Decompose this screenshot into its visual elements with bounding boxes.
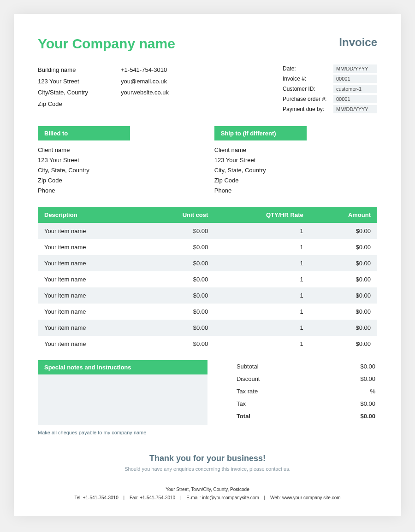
company-contact: +1-541-754-3010 you@email.co.uk yourwebs… [121,64,185,115]
table-row: Your item name$0.001$0.00 [38,336,377,352]
cell-qty: 1 [214,223,309,239]
thank-you: Thank you for your business! [38,454,377,463]
billed-phone: Phone [38,186,201,196]
table-row: Your item name$0.001$0.00 [38,287,377,304]
footer-sep: | [180,495,182,500]
cell-qty: 1 [214,239,309,255]
cell-amount: $0.00 [310,304,377,320]
footer-contact-line: Tel: +1-541-754-3010 | Fax: +1-541-754-3… [38,494,377,502]
cell-amount: $0.00 [310,336,377,352]
meta-due-value[interactable]: MM/DD/YYYY [333,105,377,113]
notes-header: Special notes and instructions [38,360,208,374]
tax-label: Tax [237,400,246,407]
subtotal-label: Subtotal [237,363,259,370]
cheque-note: Make all cheques payable to my company n… [38,430,377,435]
cell-amount: $0.00 [310,287,377,304]
billed-to-header: Billed to [38,126,130,140]
cell-desc: Your item name [38,239,142,255]
meta-invoice-no-value[interactable]: 00001 [333,75,377,83]
cell-unit: $0.00 [142,223,215,239]
table-row: Your item name$0.001$0.00 [38,223,377,239]
header-row: Your Company name Invoice [38,36,377,52]
meta-customer-id: Customer ID: customer-1 [283,85,377,93]
meta-invoice-no: Invoice #: 00001 [283,75,377,83]
cell-desc: Your item name [38,223,142,239]
cell-unit: $0.00 [142,271,215,287]
ship-to-address: Client name 123 Your Street City, State,… [214,145,377,196]
footer-email: E-mail: info@yourcompanysite.com [186,495,259,500]
zip-line: Zip Code [38,99,102,110]
cell-desc: Your item name [38,287,142,304]
table-row: Your item name$0.001$0.00 [38,239,377,255]
city-line: City/State, Country [38,87,102,99]
enquiry-text: Should you have any enquiries concerning… [38,466,377,472]
invoice-meta: Date: MM/DD/YYYY Invoice #: 00001 Custom… [283,64,377,115]
cell-qty: 1 [214,287,309,304]
footer-sep: | [124,495,125,500]
website-line: yourwebsite.co.uk [121,87,185,99]
items-header-row: Description Unit cost QTY/HR Rate Amount [38,207,377,223]
ship-to-header: Ship to (if different) [214,126,307,140]
cell-unit: $0.00 [142,255,215,271]
cell-amount: $0.00 [310,271,377,287]
meta-date: Date: MM/DD/YYYY [283,64,377,73]
discount-row: Discount $0.00 [235,373,377,385]
total-row: Total $0.00 [235,410,377,422]
taxrate-value: % [370,388,375,395]
invoice-title: Invoice [339,36,377,52]
totals-col: Subtotal $0.00 Discount $0.00 Tax rate %… [235,360,377,425]
table-row: Your item name$0.001$0.00 [38,271,377,287]
meta-customer-id-label: Customer ID: [283,86,333,92]
items-table: Description Unit cost QTY/HR Rate Amount… [38,207,377,352]
notes-body[interactable] [38,374,208,425]
meta-po-value[interactable]: 00001 [333,95,377,103]
subtotal-value: $0.00 [360,363,375,370]
info-row: Building name 123 Your Street City/State… [38,64,377,115]
notes-col: Special notes and instructions [38,360,208,425]
meta-po-label: Purchase order #: [283,96,333,102]
meta-customer-id-value[interactable]: customer-1 [333,85,377,93]
footer-web: Web: www.your company site.com [270,495,341,500]
table-row: Your item name$0.001$0.00 [38,255,377,271]
subtotal-row: Subtotal $0.00 [235,360,377,373]
cell-amount: $0.00 [310,239,377,255]
cell-desc: Your item name [38,304,142,320]
billed-street: 123 Your Street [38,155,201,165]
company-address: Building name 123 Your Street City/State… [38,64,102,115]
email-line: you@email.co.uk [121,76,185,88]
billed-zip: Zip Code [38,175,201,186]
cell-qty: 1 [214,255,309,271]
table-row: Your item name$0.001$0.00 [38,304,377,320]
taxrate-row: Tax rate % [235,385,377,398]
footer-tel: Tel: +1-541-754-3010 [74,495,118,500]
col-amount: Amount [310,207,377,223]
meta-date-value[interactable]: MM/DD/YYYY [333,64,377,73]
building-line: Building name [38,64,102,76]
cell-qty: 1 [214,320,309,336]
billed-to-address: Client name 123 Your Street City, State,… [38,145,201,196]
invoice-page: Your Company name Invoice Building name … [14,14,401,516]
billed-city: City, State, Country [38,165,201,175]
cell-unit: $0.00 [142,287,215,304]
cell-qty: 1 [214,271,309,287]
tax-value: $0.00 [360,400,375,407]
ship-to-col: Ship to (if different) Client name 123 Y… [214,126,377,196]
company-info: Building name 123 Your Street City/State… [38,64,185,115]
col-qty: QTY/HR Rate [214,207,309,223]
ship-city: City, State, Country [214,165,377,175]
company-name: Your Company name [38,36,175,52]
cell-unit: $0.00 [142,336,215,352]
ship-street: 123 Your Street [214,155,377,165]
meta-due: Payment due by: MM/DD/YYYY [283,105,377,113]
cell-desc: Your item name [38,255,142,271]
table-row: Your item name$0.001$0.00 [38,320,377,336]
footer-sep: | [264,495,266,500]
cell-desc: Your item name [38,320,142,336]
meta-date-label: Date: [283,65,333,72]
meta-po: Purchase order #: 00001 [283,95,377,103]
tax-row: Tax $0.00 [235,398,377,410]
discount-value: $0.00 [360,375,375,382]
cell-desc: Your item name [38,336,142,352]
billed-to-col: Billed to Client name 123 Your Street Ci… [38,126,201,196]
cell-unit: $0.00 [142,304,215,320]
